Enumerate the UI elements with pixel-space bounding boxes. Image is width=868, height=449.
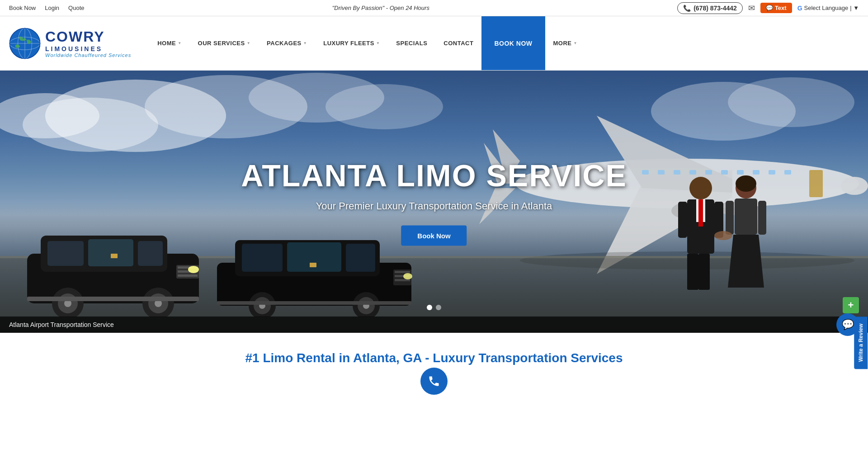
- nav-book-now[interactable]: BOOK NOW: [481, 16, 545, 70]
- logo-text: COWRY LIMOUSINES Worldwide Chauffeured S…: [45, 28, 131, 58]
- home-caret-icon: ▼: [178, 41, 181, 45]
- svg-point-32: [326, 84, 443, 129]
- quote-link[interactable]: Quote: [68, 5, 84, 11]
- svg-point-37: [689, 177, 712, 199]
- slide-dot-2[interactable]: [436, 305, 441, 310]
- phone-number: (678) 873-4442: [693, 5, 737, 12]
- utility-right: 📞 (678) 873-4442 ✉ 💬 Text G Select Langu…: [677, 2, 859, 14]
- utility-links: Book Now Login Quote: [9, 5, 84, 11]
- svg-rect-41: [687, 254, 698, 290]
- svg-point-67: [188, 266, 199, 273]
- phone-icon: 📞: [683, 5, 691, 12]
- book-now-top-link[interactable]: Book Now: [9, 5, 36, 11]
- hero-caption: Atlanta Airport Transportation Service: [0, 317, 868, 333]
- svg-point-34: [728, 77, 854, 127]
- hero-title: ATLANTA LIMO SERVICE: [241, 158, 627, 193]
- svg-rect-68: [111, 254, 118, 258]
- svg-point-86: [403, 273, 412, 279]
- google-translate[interactable]: G Select Language | ▼: [797, 5, 859, 12]
- translate-label: Select Language: [804, 5, 849, 11]
- logo-globe-icon: [9, 28, 41, 59]
- translate-caret: | ▼: [850, 5, 859, 11]
- write-review-button[interactable]: Write a Review: [854, 317, 868, 369]
- text-button[interactable]: 💬 Text: [760, 3, 792, 13]
- people-handshake-icon: [665, 161, 778, 306]
- nav-our-services[interactable]: OUR SERVICES ▼: [190, 16, 259, 70]
- svg-rect-87: [217, 301, 411, 305]
- svg-rect-69: [27, 297, 199, 301]
- svg-rect-55: [88, 239, 133, 266]
- packages-caret-icon: ▼: [303, 41, 307, 45]
- svg-rect-56: [138, 241, 163, 266]
- phone-button[interactable]: 📞 (678) 873-4442: [677, 2, 743, 14]
- message-icon: 💬: [766, 5, 773, 11]
- logo-cowry: COWRY: [45, 28, 131, 45]
- login-link[interactable]: Login: [45, 5, 59, 11]
- hero-section: ATLANTA LIMO SERVICE Your Premier Luxury…: [0, 71, 868, 333]
- svg-rect-74: [346, 244, 375, 272]
- svg-rect-49: [758, 201, 766, 235]
- hero-content: ATLANTA LIMO SERVICE Your Premier Luxury…: [241, 158, 627, 246]
- svg-rect-46: [735, 199, 757, 235]
- nav-packages[interactable]: PACKAGES ▼: [259, 16, 315, 70]
- hero-book-now-button[interactable]: Book Now: [401, 226, 467, 246]
- svg-rect-44: [698, 199, 703, 227]
- nav-luxury-fleets[interactable]: LUXURY FLEETS ▼: [315, 16, 388, 70]
- nav-specials[interactable]: SPECIALS: [388, 16, 435, 70]
- svg-rect-42: [698, 254, 710, 290]
- mail-icon[interactable]: ✉: [748, 3, 755, 13]
- fleets-caret-icon: ▼: [376, 41, 380, 45]
- bottom-title: #1 Limo Rental in Atlanta, GA - Luxury T…: [27, 351, 841, 365]
- navbar: COWRY LIMOUSINES Worldwide Chauffeured S…: [0, 16, 868, 71]
- tagline: "Driven By Passion" - Open 24 Hours: [332, 5, 429, 11]
- svg-rect-48: [726, 201, 734, 235]
- nav-links: HOME ▼ OUR SERVICES ▼ PACKAGES ▼ LUXURY …: [149, 16, 859, 70]
- svg-rect-39: [678, 202, 687, 238]
- utility-bar: Book Now Login Quote "Driven By Passion"…: [0, 0, 868, 16]
- slide-indicators: [427, 305, 441, 310]
- google-icon: G: [797, 5, 802, 12]
- phone-call-icon: [428, 375, 440, 383]
- svg-rect-72: [242, 244, 283, 272]
- services-caret-icon: ▼: [247, 41, 250, 45]
- svg-rect-60: [178, 274, 198, 277]
- svg-marker-47: [728, 235, 764, 288]
- logo-subtitle: Worldwide Chauffeured Services: [45, 52, 131, 58]
- nav-home[interactable]: HOME ▼: [149, 16, 189, 70]
- nav-more[interactable]: MORE ▼: [545, 16, 585, 70]
- logo-limousines: LIMOUSINES: [45, 45, 131, 52]
- more-caret-icon: ▼: [574, 41, 577, 45]
- svg-point-51: [714, 231, 732, 240]
- nav-contact[interactable]: CONTACT: [435, 16, 481, 70]
- svg-rect-73: [287, 242, 341, 272]
- slide-dot-1[interactable]: [427, 305, 432, 310]
- hero-subtitle: Your Premier Luxury Transportation Servi…: [241, 200, 627, 212]
- svg-rect-85: [310, 263, 316, 267]
- svg-rect-54: [47, 241, 84, 266]
- svg-rect-76: [395, 271, 410, 273]
- floating-plus-button[interactable]: +: [843, 297, 859, 313]
- logo[interactable]: COWRY LIMOUSINES Worldwide Chauffeured S…: [9, 28, 131, 59]
- svg-point-50: [736, 175, 756, 192]
